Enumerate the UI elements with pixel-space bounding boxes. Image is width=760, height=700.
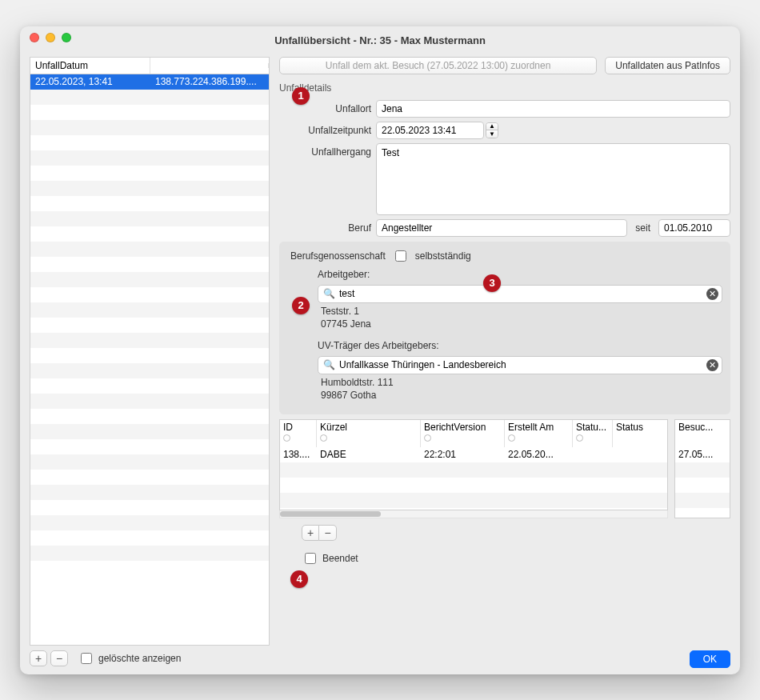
accident-row-date: 22.05.2023, 13:41 [30, 74, 150, 90]
column-unfalldatum[interactable]: UnfallDatum [30, 58, 150, 74]
accident-row-id: 138.773.224.386.199.... [150, 74, 269, 90]
badge-2: 2 [292, 297, 310, 314]
scroll-thumb[interactable] [280, 511, 381, 517]
stepper-down-icon[interactable]: ▼ [486, 130, 498, 138]
badge-1: 1 [292, 87, 310, 105]
top-button-row: Unfall dem akt. Besuch (27.05.2022 13:00… [279, 57, 730, 74]
selbststaendig-checkbox[interactable] [395, 250, 406, 262]
arbeitgeber-input[interactable] [338, 287, 702, 300]
table-row[interactable]: 27.05.... [675, 447, 730, 462]
beendet-input[interactable] [305, 553, 316, 564]
col-status[interactable]: Status [613, 420, 667, 447]
close-icon[interactable] [30, 33, 39, 42]
details-panel: 1 2 3 4 Unfall dem akt. Besuch (27.05.20… [279, 57, 730, 666]
remove-report-button[interactable]: − [319, 525, 337, 541]
titlebar: Unfallübersicht - Nr.: 35 - Max Musterma… [20, 26, 740, 49]
visits-table[interactable]: Besuc... 27.05.... [674, 419, 730, 518]
remove-accident-button[interactable]: − [50, 650, 68, 666]
col-statu[interactable]: Statu... [573, 420, 613, 447]
arbeitgeber-heading: Arbeitgeber: [318, 269, 722, 280]
zoom-icon[interactable] [62, 33, 71, 42]
col-erstellt[interactable]: Erstellt Am [505, 420, 573, 447]
unfallzeitpunkt-label: Unfallzeitpunkt [279, 122, 371, 136]
assign-visit-button[interactable]: Unfall dem akt. Besuch (27.05.2022 13:00… [279, 57, 597, 74]
window: Unfallübersicht - Nr.: 35 - Max Musterma… [20, 26, 740, 674]
ok-button[interactable]: OK [690, 650, 730, 668]
col-berichtversion[interactable]: BerichtVersion [421, 420, 505, 447]
uv-heading: UV-Träger des Arbeitgebers: [318, 340, 722, 351]
content: UnfallDatum 22.05.2023, 13:41 138.773.22… [20, 49, 740, 674]
bg-label: Berufsgenossenschaft [290, 250, 386, 262]
section-unfalldetails: Unfalldetails [279, 82, 730, 94]
uv-search[interactable]: 🔍 ✕ [318, 356, 722, 374]
seit-label: seit [632, 222, 654, 234]
unfallhergang-input[interactable]: Test [376, 143, 730, 215]
bg-box: Berufsgenossenschaft selbstständig Arbei… [279, 242, 730, 415]
col-id[interactable]: ID [280, 420, 317, 447]
accident-list-panel: UnfallDatum 22.05.2023, 13:41 138.773.22… [30, 57, 270, 666]
show-deleted-checkbox[interactable]: gelöschte anzeigen [78, 650, 181, 666]
selbststaendig-label: selbstständig [415, 250, 471, 262]
datetime-stepper[interactable]: ▲ ▼ [486, 122, 498, 138]
window-controls [30, 33, 71, 42]
show-deleted-label: gelöschte anzeigen [98, 653, 181, 664]
add-report-button[interactable]: + [302, 525, 319, 541]
clear-icon[interactable]: ✕ [706, 288, 718, 300]
unfallort-label: Unfallort [279, 100, 371, 114]
details-form: Unfallort Unfallzeitpunkt ▲ ▼ Unfallherg… [279, 100, 730, 237]
col-kuerzel[interactable]: Kürzel [317, 420, 421, 447]
accident-row-selected[interactable]: 22.05.2023, 13:41 138.773.224.386.199...… [30, 74, 269, 90]
beendet-label: Beendet [322, 553, 358, 564]
table-scrollbar[interactable] [279, 510, 668, 518]
arbeitgeber-address: Teststr. 1 07745 Jena [318, 303, 722, 335]
reports-table[interactable]: ID Kürzel BerichtVersion Erstellt Am Sta… [279, 419, 668, 510]
beruf-input[interactable] [376, 219, 627, 237]
report-tables: ID Kürzel BerichtVersion Erstellt Am Sta… [279, 419, 730, 518]
unfallzeitpunkt-input[interactable] [376, 122, 484, 139]
uv-address: Humboldtstr. 111 99867 Gotha [318, 374, 722, 406]
window-title: Unfallübersicht - Nr.: 35 - Max Musterma… [20, 29, 740, 46]
search-icon: 🔍 [323, 359, 335, 370]
table-row[interactable]: 138.... DABE 22:2:01 22.05.20... [280, 447, 667, 462]
show-deleted-input[interactable] [81, 653, 92, 664]
unfallhergang-label: Unfallhergang [279, 143, 371, 158]
col-besuch[interactable]: Besuc... [675, 420, 730, 447]
accident-list[interactable]: 22.05.2023, 13:41 138.773.224.386.199...… [30, 74, 270, 646]
badge-3: 3 [483, 274, 501, 292]
patinfo-button[interactable]: Unfalldaten aus PatInfos [605, 57, 730, 74]
search-icon: 🔍 [323, 288, 335, 299]
clear-icon[interactable]: ✕ [706, 359, 718, 371]
beendet-checkbox[interactable]: Beendet [302, 550, 730, 566]
unfallort-input[interactable] [376, 100, 730, 118]
column-spacer [150, 63, 269, 68]
uv-input[interactable] [338, 358, 702, 371]
stepper-up-icon[interactable]: ▲ [486, 123, 498, 130]
accident-list-header: UnfallDatum [30, 57, 270, 74]
beruf-label: Beruf [279, 219, 371, 234]
minimize-icon[interactable] [46, 33, 55, 42]
seit-input[interactable] [658, 219, 730, 237]
add-accident-button[interactable]: + [30, 650, 47, 666]
accident-list-footer: + − gelöschte anzeigen [30, 646, 270, 666]
badge-4: 4 [290, 570, 308, 588]
arbeitgeber-search[interactable]: 🔍 ✕ [318, 285, 722, 303]
